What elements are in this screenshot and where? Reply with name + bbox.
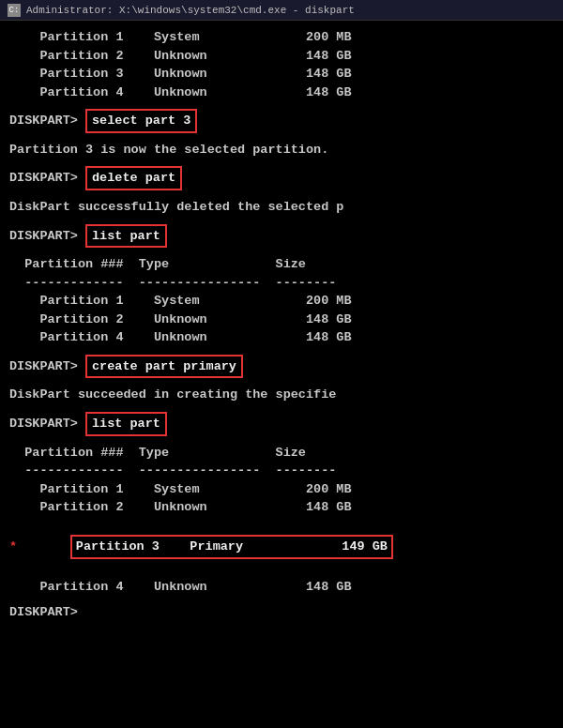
list2-row2: Partition 2 Unknown 148 GB xyxy=(9,498,554,517)
list1-divider: ------------- ---------------- -------- xyxy=(9,274,554,293)
final-prompt-text: DISKPART> xyxy=(9,603,85,622)
list2-row1: Partition 1 System 200 MB xyxy=(9,480,554,499)
prompt-label-3: DISKPART> xyxy=(9,227,85,246)
init-part4: Partition 4 Unknown 148 GB xyxy=(9,83,554,102)
init-part3: Partition 3 Unknown 148 GB xyxy=(9,65,554,83)
prompt-list-part-2: DISKPART> list part xyxy=(9,412,554,436)
title-icon: C: xyxy=(8,4,21,17)
select-output: Partition 3 is now the selected partitio… xyxy=(9,141,554,159)
title-text: Administrator: X:\windows\system32\cmd.e… xyxy=(26,5,355,16)
init-part2: Partition 2 Unknown 148 GB xyxy=(9,47,554,66)
list2-header: Partition ### Type Size xyxy=(9,444,554,463)
asterisk-marker: * xyxy=(9,538,24,556)
prompt-create-part: DISKPART> create part primary xyxy=(9,355,554,379)
cmd-create-part: create part primary xyxy=(85,355,243,379)
list2-divider: ------------- ---------------- -------- xyxy=(9,462,554,480)
list2-row3-content: Partition 3 Primary 149 GB xyxy=(24,517,393,578)
list1-header: Partition ### Type Size xyxy=(9,255,554,274)
cmd-list-part-2: list part xyxy=(85,412,167,436)
list1-row2: Partition 2 Unknown 148 GB xyxy=(9,311,554,329)
list1-row4: Partition 4 Unknown 148 GB xyxy=(9,328,554,347)
delete-output: DiskPart successfully deleted the select… xyxy=(9,198,554,217)
list2-row4: Partition 4 Unknown 148 GB xyxy=(9,578,554,597)
prompt-select-part3: DISKPART> select part 3 xyxy=(9,109,554,133)
init-part1: Partition 1 System 200 MB xyxy=(9,28,554,47)
prompt-label-1: DISKPART> xyxy=(9,112,85,130)
prompt-delete-part: DISKPART> delete part xyxy=(9,166,554,190)
console: Partition 1 System 200 MB Partition 2 Un… xyxy=(0,21,563,728)
list1-row1: Partition 1 System 200 MB xyxy=(9,292,554,311)
prompt-list-part-1: DISKPART> list part xyxy=(9,224,554,249)
list2-row3-highlighted: * Partition 3 Primary 149 GB xyxy=(9,517,554,578)
final-prompt: DISKPART> xyxy=(9,603,554,622)
cmd-select-part3: select part 3 xyxy=(85,109,197,133)
prompt-label-4: DISKPART> xyxy=(9,357,85,376)
cmd-delete-part: delete part xyxy=(85,166,182,190)
title-bar: C: Administrator: X:\windows\system32\cm… xyxy=(0,0,563,21)
cmd-list-part-1: list part xyxy=(85,224,167,249)
prompt-label-5: DISKPART> xyxy=(9,415,85,433)
create-output: DiskPart succeeded in creating the speci… xyxy=(9,386,554,404)
prompt-label-2: DISKPART> xyxy=(9,169,85,188)
